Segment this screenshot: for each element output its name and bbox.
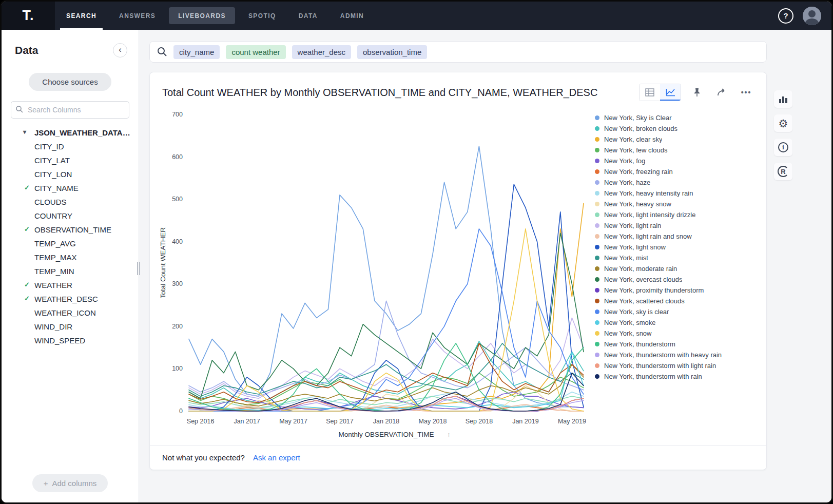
legend-label: New York, light rain <box>604 222 661 229</box>
legend-item[interactable]: New York, mist <box>593 253 758 263</box>
more-options-button[interactable]: ••• <box>738 84 755 101</box>
legend-item[interactable]: New York, light rain and snow <box>593 231 758 242</box>
legend-color-dot <box>595 180 599 185</box>
column-item[interactable]: ✓ CLOUDS <box>2 195 139 209</box>
svg-text:Jan 2018: Jan 2018 <box>373 418 399 425</box>
collapse-sidebar-button[interactable]: ‹ <box>113 43 127 57</box>
legend-label: New York, light rain and snow <box>604 232 692 240</box>
chart-config-button[interactable] <box>774 90 792 108</box>
column-item[interactable]: ✓ CITY_ID <box>2 140 139 153</box>
legend-label: New York, moderate rain <box>604 265 677 273</box>
sidebar-resize-handle[interactable] <box>137 262 141 275</box>
column-item[interactable]: ✓ OBSERVATION_TIME <box>2 223 139 237</box>
legend-color-dot <box>595 266 599 271</box>
answer-footer: Not what you expected? Ask an expert <box>150 445 766 470</box>
legend-item[interactable]: New York, thunderstorm with heavy rain <box>593 350 758 360</box>
nav-item[interactable]: SEARCH <box>55 2 108 30</box>
legend-item[interactable]: New York, broken clouds <box>593 123 758 134</box>
line-chart[interactable]: 0100200300400500600700Sep 2016Jan 2017Ma… <box>157 105 591 443</box>
pin-button[interactable] <box>688 84 706 101</box>
legend-item[interactable]: New York, snow <box>593 328 758 339</box>
legend-item[interactable]: New York, heavy intensity rain <box>593 188 758 199</box>
column-item[interactable]: ✓ WIND_SPEED <box>2 334 139 347</box>
nav-item[interactable]: DATA <box>287 2 329 30</box>
column-item[interactable]: ✓ WEATHER_ICON <box>2 306 139 320</box>
svg-text:100: 100 <box>172 365 183 372</box>
search-token[interactable]: count weather <box>226 45 285 59</box>
svg-text:Total Count WEATHER: Total Count WEATHER <box>159 227 167 298</box>
legend-label: New York, broken clouds <box>604 125 677 132</box>
sidebar-title: Data <box>15 44 38 56</box>
legend-item[interactable]: New York, scattered clouds <box>593 296 758 306</box>
search-icon <box>15 105 24 113</box>
legend-label: New York, thunderstorm with rain <box>604 373 702 380</box>
nav-item[interactable]: ANSWERS <box>108 2 167 30</box>
legend-item[interactable]: New York, Sky is Clear <box>593 112 758 123</box>
info-button[interactable]: i <box>774 139 792 156</box>
nav-item[interactable]: SPOTIQ <box>237 2 287 30</box>
table-view-button[interactable] <box>640 84 660 101</box>
column-item[interactable]: ✓ WEATHER <box>2 278 139 292</box>
column-label: OBSERVATION_TIME <box>34 225 111 234</box>
svg-text:500: 500 <box>172 196 183 203</box>
legend-label: New York, thunderstorm <box>604 340 675 348</box>
legend-item[interactable]: New York, light snow <box>593 242 758 253</box>
legend-item[interactable]: New York, proximity thunderstorm <box>593 285 758 296</box>
column-item[interactable]: ✓ TEMP_AVG <box>2 237 139 250</box>
svg-text:200: 200 <box>172 323 183 330</box>
thoughtspot-logo[interactable]: T. <box>2 2 55 30</box>
search-token[interactable]: city_name <box>173 45 220 59</box>
choose-sources-button[interactable]: Choose sources <box>29 73 111 91</box>
search-token[interactable]: weather_desc <box>292 45 351 59</box>
plus-icon: + <box>44 479 48 488</box>
legend-item[interactable]: New York, fog <box>593 156 758 166</box>
column-item[interactable]: ✓ TEMP_MIN <box>2 264 139 278</box>
legend-label: New York, haze <box>604 179 650 186</box>
svg-text:May 2017: May 2017 <box>279 418 307 425</box>
column-item[interactable]: ✓ CITY_NAME <box>2 181 139 195</box>
legend-item[interactable]: New York, light intensity drizzle <box>593 209 758 220</box>
help-icon[interactable]: ? <box>778 8 793 24</box>
legend-item[interactable]: New York, freezing rain <box>593 166 758 177</box>
legend-item[interactable]: New York, sky is clear <box>593 306 758 317</box>
legend-item[interactable]: New York, thunderstorm with light rain <box>593 360 758 371</box>
column-label: CITY_LAT <box>34 156 70 165</box>
svg-text:Monthly OBSERVATION_TIME: Monthly OBSERVATION_TIME <box>338 431 434 438</box>
search-bar[interactable]: city_name count weather weather_desc obs… <box>149 41 767 63</box>
legend-item[interactable]: New York, thunderstorm with rain <box>593 371 758 382</box>
legend-color-dot <box>595 288 599 293</box>
column-item[interactable]: ✓ TEMP_MAX <box>2 250 139 264</box>
user-avatar[interactable] <box>803 7 821 25</box>
legend-item[interactable]: New York, haze <box>593 177 758 188</box>
settings-button[interactable]: ⚙ <box>774 114 792 132</box>
search-token[interactable]: observation_time <box>357 45 427 59</box>
chart-view-button[interactable] <box>660 84 681 101</box>
share-button[interactable] <box>713 84 730 101</box>
legend-item[interactable]: New York, few clouds <box>593 145 758 156</box>
caret-down-icon[interactable]: ▾ <box>23 128 26 135</box>
svg-text:600: 600 <box>172 153 183 161</box>
legend-item[interactable]: New York, heavy snow <box>593 199 758 209</box>
gear-icon: ⚙ <box>779 118 788 129</box>
legend-color-dot <box>595 191 599 196</box>
legend-item[interactable]: New York, smoke <box>593 317 758 328</box>
legend-item[interactable]: New York, overcast clouds <box>593 274 758 285</box>
nav-item[interactable]: LIVEBOARDS <box>167 2 237 30</box>
legend-item[interactable]: New York, thunderstorm <box>593 339 758 350</box>
r-analysis-button[interactable]: R <box>774 163 792 180</box>
footer-question: Not what you expected? <box>162 453 245 462</box>
column-item[interactable]: ✓ WEATHER_DESC <box>2 292 139 306</box>
table-tree-root[interactable]: ▾ JSON_WEATHER_DATA_... <box>2 126 139 140</box>
column-item[interactable]: ✓ WIND_DIR <box>2 320 139 334</box>
add-columns-button[interactable]: + Add columns <box>32 474 108 492</box>
legend-item[interactable]: New York, moderate rain <box>593 263 758 274</box>
search-columns-input[interactable] <box>11 101 129 119</box>
column-item[interactable]: ✓ COUNTRY <box>2 209 139 223</box>
legend-item[interactable]: New York, clear sky <box>593 134 758 145</box>
ask-an-expert-link[interactable]: Ask an expert <box>253 453 300 462</box>
column-item[interactable]: ✓ CITY_LAT <box>2 153 139 167</box>
legend-item[interactable]: New York, light rain <box>593 220 758 231</box>
column-item[interactable]: ✓ CITY_LON <box>2 167 139 181</box>
column-label: CITY_ID <box>34 142 64 151</box>
nav-item[interactable]: ADMIN <box>329 2 375 30</box>
